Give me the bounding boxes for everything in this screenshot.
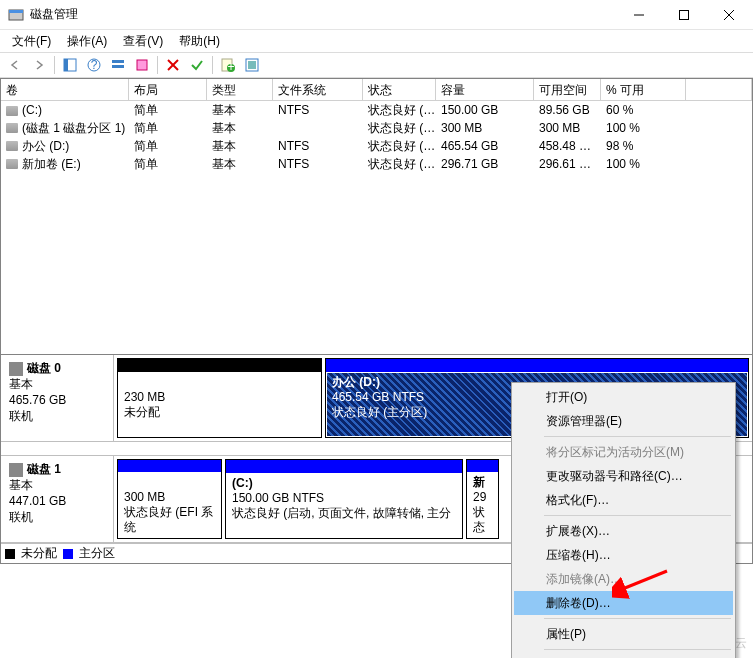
help-icon[interactable]: ?: [83, 54, 105, 76]
partition-unallocated[interactable]: 230 MB 未分配: [117, 358, 322, 438]
col-layout[interactable]: 布局: [129, 79, 207, 101]
checkmark-icon[interactable]: [186, 54, 208, 76]
svg-rect-7: [64, 59, 68, 71]
window-title: 磁盘管理: [30, 6, 616, 23]
svg-rect-19: [248, 61, 256, 69]
col-capacity[interactable]: 容量: [436, 79, 534, 101]
titlebar: 磁盘管理: [0, 0, 753, 30]
list-icon[interactable]: [107, 54, 129, 76]
view-icon[interactable]: [59, 54, 81, 76]
volume-table: 卷 布局 类型 文件系统 状态 容量 可用空间 % 可用 (C:) 简单 基本 …: [0, 78, 753, 355]
maximize-button[interactable]: [661, 1, 706, 29]
partition[interactable]: (C:) 150.00 GB NTFS 状态良好 (启动, 页面文件, 故障转储…: [225, 459, 463, 539]
partition[interactable]: 300 MB 状态良好 (EFI 系统: [117, 459, 222, 539]
svg-rect-11: [112, 65, 124, 68]
back-icon[interactable]: [4, 54, 26, 76]
svg-text:+: +: [227, 60, 234, 72]
menu-help[interactable]: 帮助(H): [171, 31, 228, 52]
svg-text:?: ?: [91, 58, 98, 72]
toolbar: ? +: [0, 52, 753, 78]
context-menu: 打开(O) 资源管理器(E) 将分区标记为活动分区(M) 更改驱动器号和路径(C…: [511, 382, 736, 658]
volume-icon: [6, 106, 18, 116]
col-percent[interactable]: % 可用: [601, 79, 686, 101]
menu-action[interactable]: 操作(A): [59, 31, 115, 52]
disk-info[interactable]: 磁盘 1 基本 447.01 GB 联机: [1, 456, 114, 542]
menu-change-letter[interactable]: 更改驱动器号和路径(C)…: [514, 464, 733, 488]
col-filesystem[interactable]: 文件系统: [273, 79, 363, 101]
menu-format[interactable]: 格式化(F)…: [514, 488, 733, 512]
menu-help[interactable]: 帮助(H): [514, 653, 733, 658]
col-volume[interactable]: 卷: [1, 79, 129, 101]
table-row[interactable]: 办公 (D:) 简单 基本 NTFS 状态良好 (… 465.54 GB 458…: [1, 137, 752, 155]
volume-icon: [6, 159, 18, 169]
svg-rect-12: [137, 60, 147, 70]
menubar: 文件(F) 操作(A) 查看(V) 帮助(H): [0, 30, 753, 52]
close-button[interactable]: [706, 1, 751, 29]
minimize-button[interactable]: [616, 1, 661, 29]
menu-mark-active: 将分区标记为活动分区(M): [514, 440, 733, 464]
table-body: (C:) 简单 基本 NTFS 状态良好 (… 150.00 GB 89.56 …: [1, 101, 752, 173]
volume-icon: [6, 123, 18, 133]
col-type[interactable]: 类型: [207, 79, 273, 101]
disk-icon: [9, 362, 23, 376]
menu-properties[interactable]: 属性(P): [514, 622, 733, 646]
action-icon[interactable]: [131, 54, 153, 76]
col-free[interactable]: 可用空间: [534, 79, 601, 101]
app-icon: [8, 7, 24, 23]
menu-delete-volume[interactable]: 删除卷(D)…: [514, 591, 733, 615]
svg-rect-3: [679, 10, 688, 19]
disk-icon: [9, 463, 23, 477]
menu-open[interactable]: 打开(O): [514, 385, 733, 409]
volume-icon: [6, 141, 18, 151]
table-row[interactable]: (C:) 简单 基本 NTFS 状态良好 (… 150.00 GB 89.56 …: [1, 101, 752, 119]
disk-info[interactable]: 磁盘 0 基本 465.76 GB 联机: [1, 355, 114, 441]
menu-explorer[interactable]: 资源管理器(E): [514, 409, 733, 433]
forward-icon[interactable]: [28, 54, 50, 76]
menu-view[interactable]: 查看(V): [115, 31, 171, 52]
delete-icon[interactable]: [162, 54, 184, 76]
menu-shrink[interactable]: 压缩卷(H)…: [514, 543, 733, 567]
menu-file[interactable]: 文件(F): [4, 31, 59, 52]
table-row[interactable]: 新加卷 (E:) 简单 基本 NTFS 状态良好 (… 296.71 GB 29…: [1, 155, 752, 173]
table-row[interactable]: (磁盘 1 磁盘分区 1) 简单 基本 状态良好 (… 300 MB 300 M…: [1, 119, 752, 137]
menu-extend[interactable]: 扩展卷(X)…: [514, 519, 733, 543]
new-volume-icon[interactable]: +: [217, 54, 239, 76]
partition[interactable]: 新 29 状态: [466, 459, 499, 539]
menu-mirror: 添加镜像(A)…: [514, 567, 733, 591]
col-status[interactable]: 状态: [363, 79, 436, 101]
svg-rect-10: [112, 60, 124, 63]
table-header: 卷 布局 类型 文件系统 状态 容量 可用空间 % 可用: [1, 79, 752, 101]
svg-rect-1: [9, 10, 23, 13]
settings-icon[interactable]: [241, 54, 263, 76]
